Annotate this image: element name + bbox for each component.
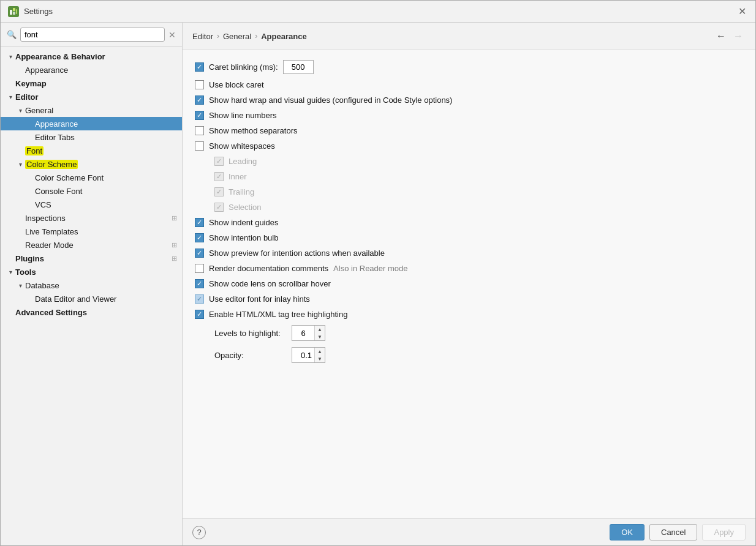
sidebar-item-tools[interactable]: Tools: [1, 265, 182, 279]
breadcrumb-sep-1: ›: [217, 32, 219, 40]
use-editor-font-inlay-row: Use editor font for inlay hints: [195, 294, 743, 304]
selection-checkbox[interactable]: [214, 203, 224, 212]
sidebar-item-general[interactable]: General: [1, 103, 182, 117]
sidebar-item-database[interactable]: Database: [1, 279, 182, 292]
apply-button[interactable]: Apply: [702, 524, 746, 540]
search-input[interactable]: [20, 28, 165, 42]
sidebar-item-keymap[interactable]: Keymap: [1, 77, 182, 90]
sidebar-item-appearance-editor[interactable]: Appearance: [1, 117, 182, 130]
inner-label: Inner: [229, 172, 247, 181]
expand-arrow: [15, 226, 25, 236]
trailing-label: Trailing: [229, 187, 254, 196]
render-doc-checkbox[interactable]: [195, 264, 204, 273]
levels-row: Levels to highlight: ▲ ▼: [195, 325, 743, 341]
show-code-lens-checkbox[interactable]: [195, 279, 204, 288]
expand-arrow: [15, 213, 25, 223]
levels-spinbox: ▲ ▼: [292, 325, 325, 341]
use-block-caret-row: Use block caret: [195, 80, 743, 89]
show-intention-bulb-checkbox[interactable]: [195, 233, 204, 242]
expand-arrow: [6, 307, 15, 317]
ok-button[interactable]: OK: [610, 524, 644, 540]
breadcrumb: Editor › General › Appearance ← →: [183, 23, 755, 50]
cancel-button[interactable]: Cancel: [649, 524, 697, 540]
use-editor-font-inlay-checkbox[interactable]: [195, 294, 204, 304]
nav-forward-button[interactable]: →: [731, 29, 746, 43]
inner-checkbox[interactable]: [214, 172, 224, 181]
opacity-row: Opacity: ▲ ▼: [195, 347, 743, 363]
search-clear-button[interactable]: ✕: [168, 30, 176, 40]
use-block-caret-checkbox[interactable]: [195, 80, 204, 89]
sidebar-item-color-scheme[interactable]: Color Scheme: [1, 157, 182, 171]
sidebar-item-reader-mode[interactable]: Reader Mode ⊞: [1, 238, 182, 252]
enable-html-xml-row: Enable HTML/XML tag tree highlighting: [195, 310, 743, 319]
search-icon: 🔍: [7, 30, 17, 39]
expand-arrow: [25, 186, 35, 196]
levels-up-button[interactable]: ▲: [315, 326, 325, 333]
sidebar-item-font[interactable]: Font: [1, 144, 182, 157]
opacity-up-button[interactable]: ▲: [315, 348, 325, 355]
expand-arrow: [15, 159, 25, 169]
caret-blinking-label: Caret blinking (ms):: [209, 62, 278, 72]
leading-checkbox[interactable]: [214, 157, 224, 166]
sidebar-item-live-templates[interactable]: Live Templates: [1, 225, 182, 238]
show-whitespaces-label: Show whitespaces: [209, 141, 275, 151]
sidebar-item-appearance-behavior[interactable]: Appearance & Behavior: [1, 50, 182, 63]
caret-blinking-input[interactable]: [283, 60, 314, 74]
expand-arrow: [15, 280, 25, 290]
opacity-label: Opacity:: [214, 351, 288, 360]
sidebar-item-console-font[interactable]: Console Font: [1, 184, 182, 198]
sidebar-item-label: Data Editor and Viewer: [35, 294, 116, 304]
nav-back-button[interactable]: ←: [714, 29, 728, 43]
show-intention-bulb-label: Show intention bulb: [209, 233, 278, 242]
show-hard-wrap-checkbox[interactable]: [195, 95, 204, 105]
breadcrumb-appearance: Appearance: [261, 32, 306, 41]
svg-rect-0: [10, 10, 12, 15]
levels-label: Levels to highlight:: [214, 329, 288, 338]
sidebar-item-label: Inspections: [25, 214, 66, 223]
sidebar-item-plugins[interactable]: Plugins ⊞: [1, 252, 182, 265]
sidebar-item-editor[interactable]: Editor: [1, 90, 182, 103]
opacity-spinbox: ▲ ▼: [292, 347, 325, 363]
svg-rect-3: [16, 9, 17, 14]
sidebar-item-label: Keymap: [15, 79, 47, 88]
levels-input[interactable]: [292, 327, 314, 340]
sidebar-item-appearance[interactable]: Appearance: [1, 63, 182, 77]
show-code-lens-label: Show code lens on scrollbar hover: [209, 279, 331, 288]
sidebar-item-label: Editor: [15, 92, 39, 102]
show-preview-intention-label: Show preview for intention actions when …: [209, 249, 385, 258]
sidebar-item-label: Reader Mode: [25, 241, 74, 250]
settings-tree: Appearance & Behavior Appearance Keymap …: [1, 47, 182, 545]
opacity-down-button[interactable]: ▼: [315, 355, 325, 362]
sidebar-item-color-scheme-font[interactable]: Color Scheme Font: [1, 171, 182, 184]
bottom-bar: ? OK Cancel Apply: [183, 518, 755, 545]
show-line-numbers-row: Show line numbers: [195, 111, 743, 120]
sidebar-item-data-editor[interactable]: Data Editor and Viewer: [1, 292, 182, 305]
show-hard-wrap-row: Show hard wrap and visual guides (config…: [195, 95, 743, 105]
trailing-checkbox[interactable]: [214, 187, 224, 196]
show-line-numbers-checkbox[interactable]: [195, 111, 204, 120]
close-button[interactable]: ✕: [736, 6, 748, 18]
sidebar-item-inspections[interactable]: Inspections ⊞: [1, 211, 182, 225]
selection-row: Selection: [195, 203, 743, 212]
show-indent-guides-row: Show indent guides: [195, 218, 743, 227]
sidebar-item-label: Color Scheme Font: [35, 173, 104, 182]
show-preview-intention-checkbox[interactable]: [195, 249, 204, 258]
opacity-input[interactable]: [292, 349, 314, 362]
levels-down-button[interactable]: ▼: [315, 333, 325, 340]
caret-blinking-checkbox[interactable]: [195, 62, 204, 72]
settings-panel: Caret blinking (ms): Use block caret Sho…: [183, 50, 755, 518]
expand-icon: ⊞: [172, 255, 177, 263]
show-indent-guides-checkbox[interactable]: [195, 218, 204, 227]
show-method-sep-checkbox[interactable]: [195, 126, 204, 135]
sidebar-item-label: Live Templates: [25, 227, 78, 236]
sidebar-item-vcs[interactable]: VCS: [1, 198, 182, 211]
enable-html-xml-checkbox[interactable]: [195, 310, 204, 319]
enable-html-xml-label: Enable HTML/XML tag tree highlighting: [209, 310, 347, 319]
sidebar-item-label: Appearance: [35, 119, 78, 129]
leading-label: Leading: [229, 157, 257, 166]
sidebar-item-advanced-settings[interactable]: Advanced Settings: [1, 305, 182, 319]
help-button[interactable]: ?: [192, 526, 206, 539]
show-whitespaces-checkbox[interactable]: [195, 141, 204, 151]
expand-arrow: [6, 78, 15, 88]
sidebar-item-editor-tabs[interactable]: Editor Tabs: [1, 130, 182, 144]
